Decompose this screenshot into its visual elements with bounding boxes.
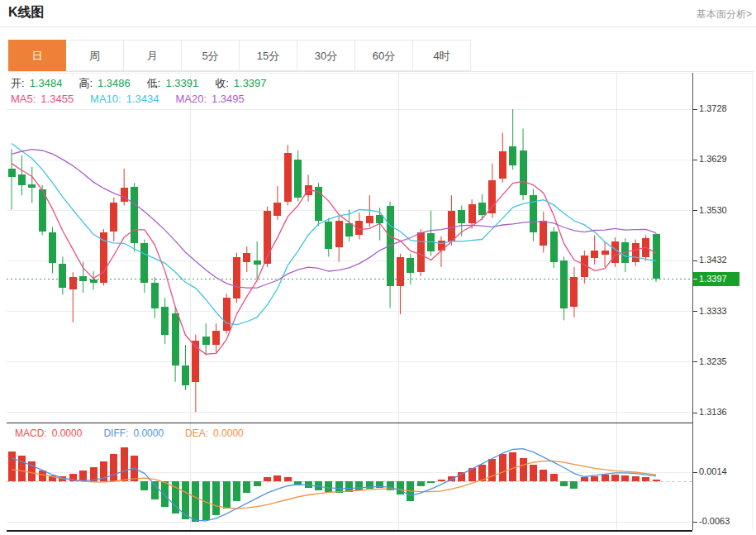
page-title: K线图: [8, 4, 45, 21]
tab-period-5[interactable]: 30分: [297, 40, 355, 71]
macd-legend: MACD:0.0000DIFF:0.0000DEA:0.0000: [15, 428, 249, 439]
y-tick-label: 1.3530: [693, 205, 727, 215]
dea-label: DEA:: [185, 428, 208, 439]
ohlc-legend: 开:1.3484高:1.3486低:1.3391收:1.3397: [11, 76, 272, 91]
tab-period-7[interactable]: 4时: [413, 40, 471, 71]
ma10-value: 1.3434: [126, 93, 159, 105]
price-tag-tick: [693, 279, 697, 279]
y-tick-mark: [693, 413, 697, 413]
ma5-label: MA5:: [11, 93, 36, 105]
tab-period-3[interactable]: 5分: [182, 40, 240, 71]
high-value: 1.3486: [97, 77, 131, 89]
ma20-value: 1.3495: [212, 93, 245, 105]
y-tick-label: 1.3629: [693, 154, 727, 164]
close-value: 1.3397: [234, 77, 267, 89]
diff-value: 0.0000: [133, 428, 164, 439]
close-label: 收:: [215, 77, 229, 89]
low-value: 1.3391: [165, 77, 198, 89]
y-tick-label: 1.3432: [693, 255, 727, 265]
ma5-value: 1.3455: [40, 93, 74, 105]
tab-period-4[interactable]: 15分: [240, 40, 297, 71]
open-label: 开:: [11, 77, 25, 89]
y-tick-mark: [693, 160, 697, 160]
ma20-label: MA20:: [175, 93, 207, 105]
outer-right-border: [752, 73, 753, 530]
macd-chart[interactable]: [7, 423, 692, 530]
header-divider: [0, 26, 756, 27]
period-tabbar: 日周月5分15分30分60分4时: [8, 40, 754, 72]
y-tick-label: 1.3136: [693, 407, 727, 417]
fundamental-analysis-link[interactable]: 基本面分析>: [697, 7, 752, 21]
y-tick-mark: [693, 311, 697, 312]
y-tick-label: 0.0014: [693, 466, 727, 476]
y-tick-label: 1.3728: [693, 103, 727, 113]
macd-label: MACD:: [15, 428, 47, 439]
y-tick-mark: [693, 210, 697, 211]
current-price-text: 1.3397: [699, 274, 727, 284]
right-axis-border: [692, 73, 693, 530]
y-tick-label: 1.3333: [693, 306, 727, 316]
tab-period-1[interactable]: 周: [66, 40, 124, 71]
y-tick-label: -0.0063: [693, 516, 730, 526]
macd-value: 0.0000: [52, 428, 83, 439]
main-candlestick-chart[interactable]: [7, 73, 692, 423]
dea-value: 0.0000: [213, 428, 244, 439]
current-price-tag: 1.3397: [693, 272, 739, 286]
high-label: 高:: [78, 77, 93, 89]
y-tick-mark: [693, 260, 697, 261]
y-tick-mark: [693, 522, 697, 523]
ma10-label: MA10:: [90, 93, 121, 105]
y-tick-mark: [693, 361, 697, 362]
tab-period-6[interactable]: 60分: [355, 40, 413, 71]
chart-bottom-border: [7, 530, 692, 532]
open-value: 1.3484: [30, 77, 63, 89]
tab-period-2[interactable]: 月: [124, 40, 182, 71]
y-tick-label: 1.3235: [693, 356, 727, 366]
diff-label: DIFF:: [103, 428, 128, 439]
kline-widget: K线图 基本面分析> 日周月5分15分30分60分4时 开:1.3484高:1.…: [0, 0, 756, 535]
tab-period-0[interactable]: 日: [8, 40, 66, 71]
y-tick-mark: [693, 472, 697, 473]
ma-legend: MA5:1.3455MA10:1.3434MA20:1.3495: [11, 93, 250, 105]
y-tick-mark: [693, 109, 697, 110]
low-label: 低:: [147, 77, 161, 89]
